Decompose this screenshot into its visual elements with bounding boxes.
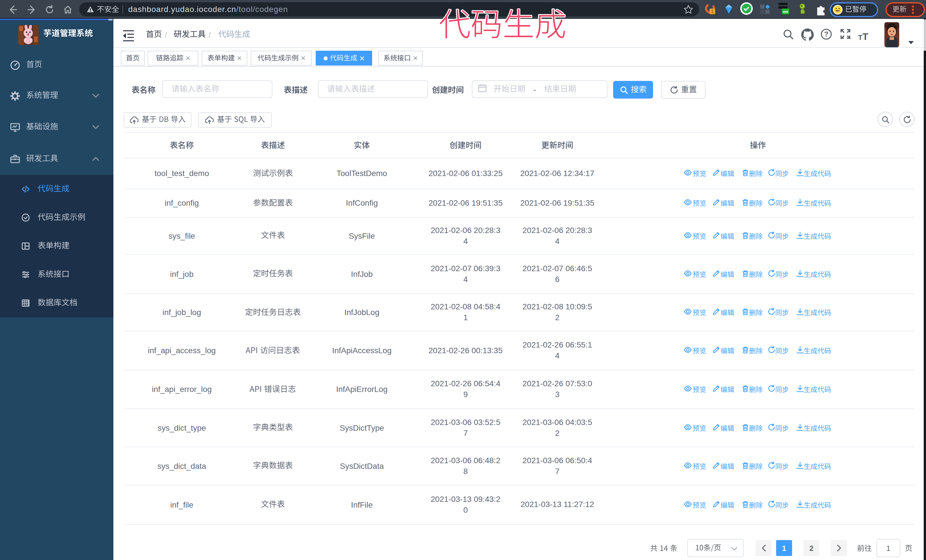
svg-text:on: on [783, 9, 788, 14]
svg-text:?: ? [824, 30, 829, 38]
svg-text:1: 1 [711, 9, 714, 14]
